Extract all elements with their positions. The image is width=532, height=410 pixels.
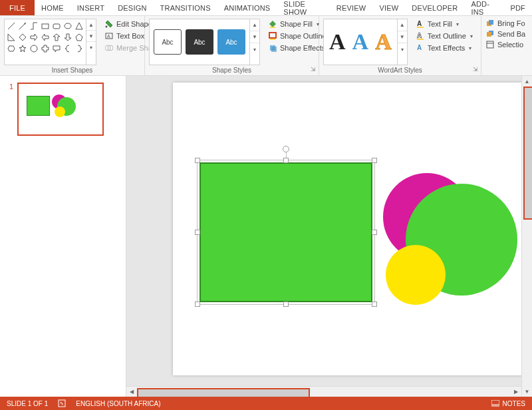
shape-fill-icon: [268, 19, 277, 29]
shape-hexagon-icon[interactable]: [6, 43, 17, 54]
resize-handle-s[interactable]: [283, 302, 289, 307]
shape-plus-icon[interactable]: [40, 43, 51, 54]
text-effects-button[interactable]: A Text Effects ▾: [413, 43, 475, 53]
wordart-style-2[interactable]: A: [352, 31, 369, 53]
scroll-right-icon[interactable]: ▶: [511, 387, 521, 397]
tab-file[interactable]: FILE: [0, 0, 35, 15]
shape-oval-icon[interactable]: [63, 21, 73, 31]
shape-styles-gallery[interactable]: Abc Abc Abc: [149, 19, 250, 65]
status-notes-button[interactable]: NOTES: [491, 399, 525, 408]
tab-slideshow[interactable]: SLIDE SHOW: [277, 0, 329, 15]
shape-style-3[interactable]: Abc: [217, 29, 245, 55]
shape-line-icon[interactable]: [6, 21, 17, 31]
shape-arrow-down-icon[interactable]: [63, 32, 73, 43]
chevron-down-icon: ▾: [456, 21, 459, 27]
shape-arrow-right-icon[interactable]: [29, 32, 39, 43]
shape-line-arrow-icon[interactable]: [17, 21, 28, 31]
svg-text:A: A: [417, 32, 422, 39]
scroll-up-icon[interactable]: ▲: [522, 76, 532, 87]
rotation-handle[interactable]: [283, 146, 289, 152]
scroll-left-icon[interactable]: ◀: [126, 387, 137, 397]
shape-connector-icon[interactable]: [29, 21, 39, 31]
send-backward-button[interactable]: Send Ba: [485, 29, 525, 39]
selection-box: [197, 160, 375, 305]
resize-handle-se[interactable]: [372, 302, 377, 307]
tab-addins[interactable]: ADD-INS: [464, 0, 503, 15]
text-outline-icon: A: [416, 31, 425, 41]
dialog-launcher-icon[interactable]: ⇲: [309, 66, 317, 74]
shape-rectangle-icon[interactable]: [40, 21, 51, 31]
shape-triangle-icon[interactable]: [74, 21, 84, 31]
wordart-styles-gallery[interactable]: A A A: [323, 19, 398, 65]
text-outline-button[interactable]: A Text Outline ▾: [413, 31, 475, 41]
status-slide-indicator[interactable]: SLIDE 1 OF 1: [7, 400, 48, 407]
ribbon-tabs: FILE HOME INSERT DESIGN TRANSITIONS ANIM…: [0, 0, 532, 16]
resize-handle-nw[interactable]: [195, 158, 200, 163]
slide-thumbnail-1[interactable]: [17, 83, 104, 136]
resize-handle-ne[interactable]: [372, 158, 377, 163]
svg-line-0: [8, 23, 15, 29]
shape-circle-icon[interactable]: [29, 43, 39, 54]
wordart-style-1[interactable]: A: [329, 31, 346, 53]
tab-pdf[interactable]: PDF: [503, 0, 532, 15]
shape-brace-right-icon[interactable]: [74, 43, 84, 54]
horizontal-scroll-thumb[interactable]: [137, 388, 310, 397]
chevron-down-icon: ▾: [470, 33, 473, 39]
tab-home[interactable]: HOME: [35, 0, 70, 15]
scroll-down-icon[interactable]: ▼: [522, 386, 532, 397]
text-fill-button[interactable]: A Text Fill ▾: [413, 19, 475, 29]
shape-pentagon-icon[interactable]: [74, 32, 84, 43]
shape-arrow-up-icon[interactable]: [51, 32, 62, 43]
shape-style-1[interactable]: Abc: [154, 29, 182, 55]
shape-callout-icon[interactable]: [51, 43, 62, 54]
bring-forward-button[interactable]: Bring Fo: [485, 19, 525, 28]
vertical-scroll-thumb[interactable]: [523, 87, 532, 220]
shape-brace-left-icon[interactable]: [63, 43, 73, 54]
shapes-gallery[interactable]: [4, 19, 86, 65]
gallery-scroll-down-icon[interactable]: ▼: [250, 31, 259, 43]
tab-animations[interactable]: ANIMATIONS: [217, 0, 277, 15]
shape-star-icon[interactable]: [17, 43, 28, 54]
shape-rounded-rectangle-icon[interactable]: [51, 21, 62, 31]
thumbnail-number: 1: [9, 83, 13, 136]
horizontal-scrollbar[interactable]: ◀ ▶: [126, 386, 521, 397]
slide-canvas-area[interactable]: ▲ ▼ ◀ ▶: [126, 76, 532, 397]
status-language[interactable]: ENGLISH (SOUTH AFRICA): [76, 400, 160, 407]
shapes-scroll-up-icon[interactable]: ▲: [86, 19, 96, 31]
resize-handle-n[interactable]: [283, 158, 289, 163]
slide[interactable]: [173, 83, 532, 375]
tab-review[interactable]: REVIEW: [330, 0, 373, 15]
shape-arrow-left-icon[interactable]: [40, 32, 51, 43]
tab-insert[interactable]: INSERT: [70, 0, 111, 15]
wordart-style-3[interactable]: A: [375, 31, 392, 53]
resize-handle-e[interactable]: [372, 230, 377, 235]
selection-pane-button[interactable]: Selectio: [485, 40, 525, 49]
tab-view[interactable]: VIEW: [372, 0, 405, 15]
shapes-gallery-more-icon[interactable]: ▾: [86, 42, 96, 53]
shape-diamond-icon[interactable]: [17, 32, 28, 43]
status-spellcheck[interactable]: ✎: [57, 399, 66, 408]
svg-text:A: A: [417, 20, 422, 27]
yellow-circle-shape[interactable]: [386, 245, 446, 305]
shapes-scroll-down-icon[interactable]: ▼: [86, 31, 96, 42]
gallery-more-icon[interactable]: ▾: [398, 43, 407, 55]
resize-handle-w[interactable]: [195, 230, 200, 235]
resize-handle-sw[interactable]: [195, 302, 200, 307]
dialog-launcher-icon[interactable]: ⇲: [471, 66, 479, 74]
tab-transitions[interactable]: TRANSITIONS: [154, 0, 217, 15]
svg-marker-11: [53, 34, 60, 41]
vertical-scrollbar[interactable]: ▲ ▼: [521, 76, 532, 397]
shape-right-triangle-icon[interactable]: [6, 32, 17, 43]
group-shape-styles: Abc Abc Abc ▲ ▼ ▾ Shape Fill ▾: [145, 16, 319, 75]
status-bar: SLIDE 1 OF 1 ✎ ENGLISH (SOUTH AFRICA) NO…: [0, 397, 532, 410]
svg-rect-37: [487, 41, 493, 48]
shape-effects-icon: [268, 43, 277, 53]
shape-style-2[interactable]: Abc: [186, 29, 213, 55]
tab-developer[interactable]: DEVELOPER: [405, 0, 464, 15]
gallery-scroll-down-icon[interactable]: ▼: [398, 31, 407, 43]
gallery-scroll-up-icon[interactable]: ▲: [398, 19, 407, 31]
gallery-scroll-up-icon[interactable]: ▲: [250, 19, 259, 31]
svg-marker-12: [65, 34, 71, 41]
tab-design[interactable]: DESIGN: [111, 0, 153, 15]
gallery-more-icon[interactable]: ▾: [250, 43, 259, 55]
